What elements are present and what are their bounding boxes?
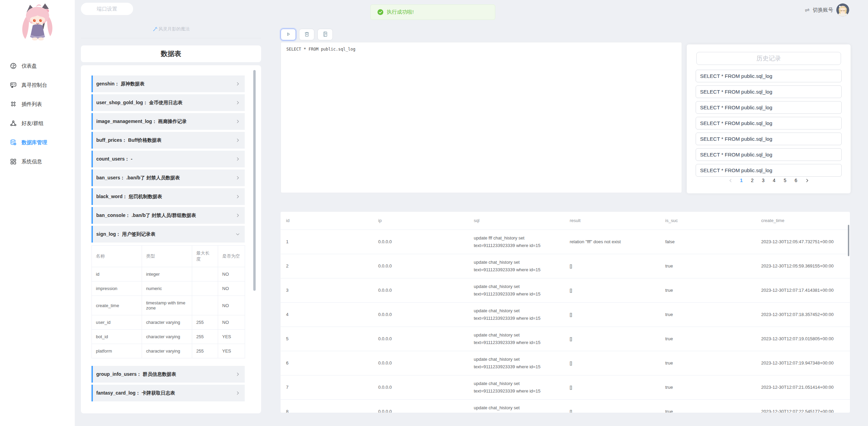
table-item[interactable]: ban_console： .ban/b了 封禁人员/群组数据表 bbox=[91, 207, 245, 224]
cell-create_time: 2023-12-30T12:07:19.015805+00:00 bbox=[756, 327, 850, 351]
schema-row: idintegerNO bbox=[92, 267, 245, 281]
pagination-page-5[interactable]: 5 bbox=[780, 178, 791, 183]
swap-icon: ⇌ bbox=[805, 6, 810, 14]
schema-cell: impression bbox=[92, 281, 142, 296]
table-item[interactable]: count_users： - bbox=[91, 151, 245, 167]
schema-cell: 255 bbox=[192, 315, 218, 330]
table-item[interactable]: fantasy_card_log： 卡牌获取日志表 bbox=[91, 385, 245, 401]
schema-cell: character varying bbox=[142, 315, 192, 330]
table-item[interactable]: ban_users： .ban/b了 封禁人员数据表 bbox=[91, 169, 245, 186]
table-item[interactable]: sign_log： 用户签到记录表 bbox=[91, 226, 245, 243]
results-row[interactable]: 50.0.0.0update chat_history set text=911… bbox=[281, 327, 850, 351]
clear-sql-button[interactable] bbox=[299, 29, 314, 40]
pagination-page-3[interactable]: 3 bbox=[758, 178, 769, 183]
sidebar-item-system-info[interactable]: 系统信息 bbox=[0, 152, 75, 171]
table-item[interactable]: black_word： 惩罚机制数据表 bbox=[91, 188, 245, 205]
table-item[interactable]: image_management_log： 画廊操作记录 bbox=[91, 113, 245, 130]
cell-sql: update chat_history set text=91112339233… bbox=[468, 254, 564, 278]
schema-row: user_idcharacter varying255NO bbox=[92, 315, 245, 330]
table-item[interactable]: genshin： 原神数据表 bbox=[91, 75, 245, 92]
history-title-box: 历史记录 bbox=[696, 52, 841, 65]
results-table: idipsqlresultis_succreate_time10.0.0.0up… bbox=[281, 212, 850, 413]
pagination-page-2[interactable]: 2 bbox=[747, 178, 758, 183]
table-item-label: count_users： - bbox=[96, 156, 132, 162]
cell-create_time: 2023-12-30T12:05:59.369155+00:00 bbox=[756, 254, 850, 278]
sidebar-item-dashboard[interactable]: 仪表盘 bbox=[0, 56, 75, 75]
sidebar-item-database[interactable]: 数据库管理 bbox=[0, 133, 75, 152]
cell-is_suc: true bbox=[660, 302, 756, 327]
user-avatar[interactable] bbox=[836, 3, 849, 16]
results-row[interactable]: 70.0.0.0update chat_history set text=911… bbox=[281, 375, 850, 399]
results-header-cell-sql: sql bbox=[468, 212, 564, 230]
cell-id: 6 bbox=[281, 351, 373, 375]
results-scrollbar[interactable] bbox=[848, 225, 849, 256]
cell-is_suc: true bbox=[660, 327, 756, 351]
cell-id: 5 bbox=[281, 327, 373, 351]
run-sql-button[interactable] bbox=[281, 29, 296, 40]
tables-title-card: 数据表 bbox=[81, 45, 261, 62]
schema-cell: user_id bbox=[92, 315, 142, 330]
sidebar-item-friends-groups[interactable]: 好友/群组 bbox=[0, 114, 75, 133]
success-check-icon bbox=[378, 9, 383, 15]
table-item-label: sign_log： 用户签到记录表 bbox=[96, 231, 155, 237]
cell-result: [] bbox=[564, 399, 660, 413]
chevron-right-icon bbox=[236, 119, 240, 124]
schema-cell: 255 bbox=[192, 330, 218, 344]
pagination-prev-icon[interactable] bbox=[725, 178, 736, 183]
history-panel: 历史记录 SELECT * FROM public.sql_logSELECT … bbox=[687, 44, 851, 193]
history-item[interactable]: SELECT * FROM public.sql_log bbox=[696, 133, 842, 145]
schema-cell: bot_id bbox=[92, 330, 142, 344]
pagination-next-icon[interactable] bbox=[801, 178, 812, 183]
table-item[interactable]: buff_prices： Buff价格数据表 bbox=[91, 132, 245, 149]
success-toast: 执行成功啦! bbox=[370, 4, 495, 20]
copy-sql-button[interactable] bbox=[317, 29, 333, 40]
cell-is_suc: false bbox=[660, 230, 756, 254]
cell-ip: 0.0.0.0 bbox=[373, 230, 468, 254]
results-row[interactable]: 40.0.0.0update chat_history set text=911… bbox=[281, 302, 850, 327]
switch-account[interactable]: ⇌ 切换账号 bbox=[805, 3, 849, 17]
schema-cell: platform bbox=[92, 344, 142, 358]
schema-header-cell: 名称 bbox=[92, 246, 142, 267]
table-item-label: black_word： 惩罚机制数据表 bbox=[96, 194, 162, 200]
table-item-label: genshin： 原神数据表 bbox=[96, 81, 145, 87]
bot-logo-avatar bbox=[0, 3, 75, 44]
table-item[interactable]: user_shop_gold_log： 金币使用日志表 bbox=[91, 94, 245, 111]
cell-result: [] bbox=[564, 278, 660, 302]
chevron-down-icon bbox=[236, 232, 240, 236]
sidebar-item-console[interactable]: 真寻控制台 bbox=[0, 75, 75, 95]
pagination-page-6[interactable]: 6 bbox=[791, 178, 801, 183]
tables-list-scrollbar[interactable] bbox=[253, 70, 256, 291]
table-item[interactable]: group_info_users： 群员信息数据表 bbox=[91, 366, 245, 383]
cell-sql: update fff chat_history set text=9111233… bbox=[468, 230, 564, 254]
plugins-icon bbox=[9, 100, 17, 108]
results-row[interactable]: 60.0.0.0update chat_history set text=911… bbox=[281, 351, 850, 375]
history-item[interactable]: SELECT * FROM public.sql_log bbox=[696, 164, 842, 177]
cell-id: 4 bbox=[281, 302, 373, 327]
results-row[interactable]: 10.0.0.0update fff chat_history set text… bbox=[281, 230, 850, 254]
cell-ip: 0.0.0.0 bbox=[373, 351, 468, 375]
results-header-cell-create_time: create_time bbox=[756, 212, 850, 230]
pagination-page-4[interactable]: 4 bbox=[769, 178, 780, 183]
results-row[interactable]: 80.0.0.0update chat_history set text=911… bbox=[281, 399, 850, 413]
table-item-label: group_info_users： 群员信息数据表 bbox=[96, 371, 176, 377]
schema-row: create_timetimestamp with time zoneNO bbox=[92, 296, 245, 315]
cell-sql: update chat_history set text=91112339233… bbox=[468, 375, 564, 399]
sql-editor[interactable]: SELECT * FROM public.sql_log bbox=[281, 42, 682, 193]
magic-link[interactable]: 风灵月影的魔法 bbox=[81, 26, 261, 32]
results-row[interactable]: 20.0.0.0update chat_history set text=911… bbox=[281, 254, 850, 278]
results-row[interactable]: 30.0.0.0update chat_history set text=911… bbox=[281, 278, 850, 302]
sidebar-item-plugins[interactable]: 插件列表 bbox=[0, 95, 75, 114]
app-root: 仪表盘真寻控制台插件列表好友/群组数据库管理系统信息 端口设置 执行成功啦! ⇌… bbox=[0, 0, 868, 426]
cell-id: 3 bbox=[281, 278, 373, 302]
schema-cell: 255 bbox=[192, 344, 218, 358]
history-item[interactable]: SELECT * FROM public.sql_log bbox=[696, 70, 842, 82]
cell-result: relation "fff" does not exist bbox=[564, 230, 660, 254]
pagination-page-1[interactable]: 1 bbox=[736, 178, 747, 183]
chevron-right-icon bbox=[236, 194, 240, 199]
history-item[interactable]: SELECT * FROM public.sql_log bbox=[696, 101, 842, 114]
history-item[interactable]: SELECT * FROM public.sql_log bbox=[696, 148, 842, 161]
results-header-cell-ip: ip bbox=[373, 212, 468, 230]
table-item-label: buff_prices： Buff价格数据表 bbox=[96, 137, 161, 143]
history-item[interactable]: SELECT * FROM public.sql_log bbox=[696, 85, 842, 98]
history-item[interactable]: SELECT * FROM public.sql_log bbox=[696, 117, 842, 129]
